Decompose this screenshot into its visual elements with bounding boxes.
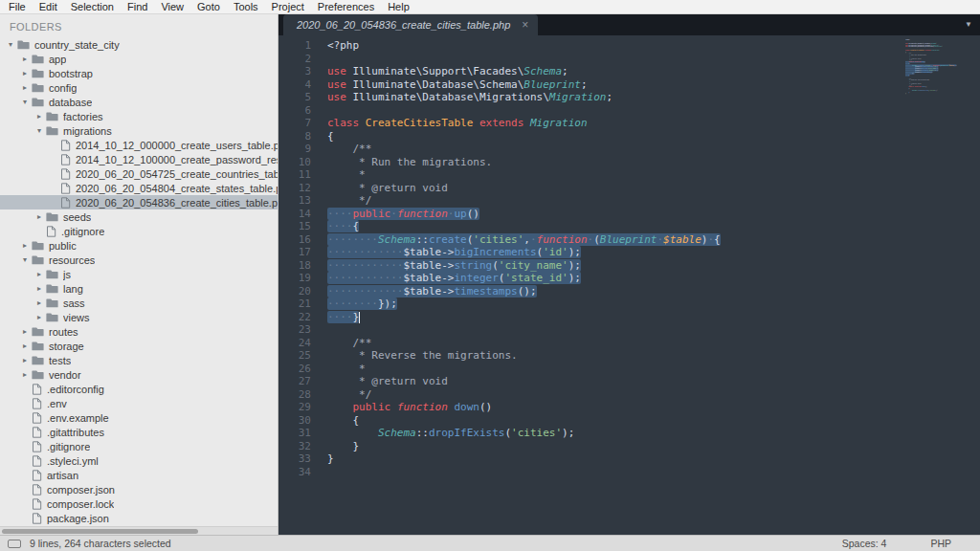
tree-file-package.json[interactable]: package.json bbox=[0, 511, 278, 525]
code-line-12[interactable]: * @return void bbox=[327, 182, 980, 195]
tree-file-composer.json[interactable]: composer.json bbox=[0, 482, 278, 496]
tree-folder-views[interactable]: ▸views bbox=[0, 310, 278, 324]
code-line-34[interactable] bbox=[327, 466, 980, 479]
tree-folder-sass[interactable]: ▸sass bbox=[0, 296, 278, 310]
indent-status[interactable]: Spaces: 4 bbox=[842, 538, 887, 549]
tree-folder-database[interactable]: ▾database bbox=[0, 95, 278, 109]
code-line-5[interactable]: use Illuminate\Database\Migrations\Migra… bbox=[327, 91, 980, 104]
tree-folder-app[interactable]: ▸app bbox=[0, 52, 278, 66]
line-number: 22 bbox=[278, 311, 323, 324]
tree-file-.env.example[interactable]: .env.example bbox=[0, 410, 278, 425]
code-line-22[interactable]: ····} bbox=[327, 311, 980, 324]
code-line-6[interactable] bbox=[327, 104, 980, 118]
tree-folder-storage[interactable]: ▸storage bbox=[0, 339, 278, 353]
line-number: 23 bbox=[278, 323, 323, 337]
tree-folder-seeds[interactable]: ▸seeds bbox=[0, 209, 278, 224]
tree-file-artisan[interactable]: artisan bbox=[0, 468, 278, 482]
tree-folder-lang[interactable]: ▸lang bbox=[0, 281, 278, 296]
code-line-23[interactable] bbox=[327, 323, 980, 337]
tree-folder-js[interactable]: ▸js bbox=[0, 267, 278, 281]
menu-view[interactable]: View bbox=[154, 0, 190, 13]
tree-file-2020_06_20_054725_create_countries_table.php[interactable]: 2020_06_20_054725_create_countries_table… bbox=[0, 166, 278, 181]
line-number: 17 bbox=[278, 246, 323, 259]
menu-help[interactable]: Help bbox=[381, 0, 416, 13]
code-line-33[interactable]: } bbox=[327, 452, 980, 466]
tree-file-.editorconfig[interactable]: .editorconfig bbox=[0, 382, 278, 396]
tree-folder-routes[interactable]: ▸routes bbox=[0, 324, 278, 339]
tree-folder-tests[interactable]: ▸tests bbox=[0, 353, 278, 367]
code-area[interactable]: <?phpuse Illuminate\Support\Facades\Sche… bbox=[323, 35, 980, 535]
menu-find[interactable]: Find bbox=[121, 0, 154, 13]
tree-folder-migrations[interactable]: ▾migrations bbox=[0, 123, 278, 138]
code-line-31[interactable]: Schema::dropIfExists('cities'); bbox=[327, 427, 980, 440]
code-line-14[interactable]: ····public·function·up() bbox=[327, 208, 980, 221]
line-number: 31 bbox=[278, 427, 323, 440]
code-line-3[interactable]: use Illuminate\Support\Facades\Schema; bbox=[327, 65, 980, 78]
tree-folder-resources[interactable]: ▾resources bbox=[0, 253, 278, 267]
code-line-25[interactable]: * Reverse the migrations. bbox=[327, 349, 980, 363]
code-line-17[interactable]: ············$table->bigIncrements('id'); bbox=[327, 246, 980, 259]
code-line-26[interactable]: * bbox=[327, 363, 980, 376]
scrollbar-thumb[interactable] bbox=[2, 529, 198, 534]
code-line-32[interactable]: } bbox=[327, 440, 980, 453]
code-line-10[interactable]: * Run the migrations. bbox=[327, 156, 980, 169]
code-line-24[interactable]: /** bbox=[327, 337, 980, 350]
tree-file-composer.lock[interactable]: composer.lock bbox=[0, 496, 278, 511]
folder-icon bbox=[32, 97, 44, 107]
line-number: 3 bbox=[278, 65, 323, 78]
tree-folder-public[interactable]: ▸public bbox=[0, 238, 278, 253]
tree-file-.gitignore[interactable]: .gitignore bbox=[0, 224, 278, 238]
tab-overflow-button[interactable]: ▼ bbox=[965, 20, 972, 29]
code-line-20[interactable]: ············$table->timestamps(); bbox=[327, 285, 980, 298]
tree-file-2014_10_12_000000_create_users_table.php[interactable]: 2014_10_12_000000_create_users_table.php bbox=[0, 138, 278, 152]
code-line-16[interactable]: ········Schema::create('cities',·functio… bbox=[327, 233, 980, 247]
code-line-2[interactable] bbox=[327, 53, 980, 66]
code-line-7[interactable]: class CreateCitiesTable extends Migratio… bbox=[327, 117, 980, 130]
code-line-27[interactable]: * @return void bbox=[327, 375, 980, 388]
tree-folder-country_state_city[interactable]: ▾country_state_city bbox=[0, 37, 278, 52]
code-line-1[interactable]: <?php bbox=[327, 39, 980, 53]
tree-file-.gitattributes[interactable]: .gitattributes bbox=[0, 425, 278, 439]
tree-file-2020_06_20_054804_create_states_table.php[interactable]: 2020_06_20_054804_create_states_table.ph… bbox=[0, 181, 278, 195]
folder-icon bbox=[46, 312, 58, 322]
sidebar-horizontal-scrollbar[interactable] bbox=[0, 526, 278, 535]
code-line-13[interactable]: */ bbox=[327, 194, 980, 208]
code-line-21[interactable]: ········}); bbox=[327, 298, 980, 311]
code-line-8[interactable]: { bbox=[327, 130, 980, 143]
chevron-right-icon: ▸ bbox=[20, 356, 30, 364]
code-line-9[interactable]: /** bbox=[327, 143, 980, 156]
close-tab-icon[interactable]: × bbox=[522, 20, 528, 30]
tree-folder-vendor[interactable]: ▸vendor bbox=[0, 367, 278, 382]
code-line-4[interactable]: use Illuminate\Database\Schema\Blueprint… bbox=[327, 78, 980, 92]
code-line-18[interactable]: ············$table->string('city_name'); bbox=[327, 259, 980, 273]
menu-edit[interactable]: Edit bbox=[33, 0, 64, 13]
menu-project[interactable]: Project bbox=[265, 0, 311, 13]
code-editor: 1234567891011121314151617181920212223242… bbox=[278, 35, 980, 535]
tree-folder-factories[interactable]: ▸factories bbox=[0, 109, 278, 123]
code-line-19[interactable]: ············$table->integer('state_id'); bbox=[327, 272, 980, 285]
code-line-11[interactable]: * bbox=[327, 168, 980, 182]
code-line-30[interactable]: { bbox=[327, 414, 980, 428]
tree-folder-config[interactable]: ▸config bbox=[0, 80, 278, 95]
code-line-15[interactable]: ····{ bbox=[327, 220, 980, 233]
tree-folder-bootstrap[interactable]: ▸bootstrap bbox=[0, 66, 278, 80]
tab-create-cities-table[interactable]: 2020_06_20_054836_create_cities_table.ph… bbox=[283, 14, 538, 35]
line-number: 19 bbox=[278, 272, 323, 285]
menu-file[interactable]: File bbox=[2, 0, 33, 13]
line-number: 9 bbox=[278, 143, 323, 156]
tree-file-2020_06_20_054836_create_cities_table.php[interactable]: 2020_06_20_054836_create_cities_table.ph… bbox=[0, 195, 278, 209]
code-line-28[interactable]: */ bbox=[327, 388, 980, 402]
menu-selection[interactable]: Selection bbox=[64, 0, 121, 13]
minimap[interactable]: <?phpuse Illuminate\Support\Facades\Sche… bbox=[903, 35, 980, 535]
menu-preferences[interactable]: Preferences bbox=[311, 0, 381, 13]
menu-tools[interactable]: Tools bbox=[227, 0, 265, 13]
vintage-mode-icon[interactable] bbox=[8, 540, 21, 548]
tree-file-.styleci.yml[interactable]: .styleci.yml bbox=[0, 453, 278, 468]
syntax-status[interactable]: PHP bbox=[930, 538, 951, 549]
code-line-29[interactable]: public function down() bbox=[327, 401, 980, 414]
tree-file-2014_10_12_100000_create_password_resets_table.php[interactable]: 2014_10_12_100000_create_password_resets… bbox=[0, 152, 278, 166]
tree-file-.env[interactable]: .env bbox=[0, 396, 278, 410]
file-icon bbox=[32, 441, 42, 452]
menu-goto[interactable]: Goto bbox=[190, 0, 227, 13]
tree-file-.gitignore[interactable]: .gitignore bbox=[0, 439, 278, 453]
